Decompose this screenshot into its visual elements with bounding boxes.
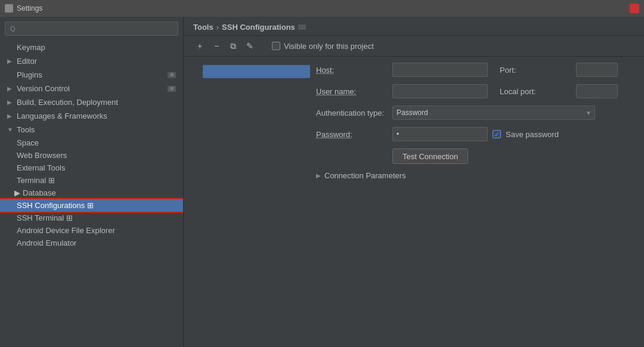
port-field-group: Port: <box>500 63 618 77</box>
host-label: Host: <box>316 66 388 75</box>
password-row: Password: ✓ Save password <box>316 127 634 141</box>
config-form: Host: Port: User name: <box>316 63 634 341</box>
sidebar-item-label: Version Control <box>17 84 165 93</box>
arrow-icon: ▶ <box>7 113 14 119</box>
content-main: + − ⧉ ✎ Visible only for this project <box>184 36 644 347</box>
sidebar-item-build[interactable]: ▶ Build, Execution, Deployment <box>0 95 183 109</box>
visible-project-checkbox[interactable] <box>272 42 280 50</box>
sidebar-item-android-file-explorer[interactable]: Android Device File Explorer <box>0 224 183 237</box>
edit-button[interactable]: ✎ <box>243 39 256 52</box>
app-icon <box>5 4 13 13</box>
sidebar-item-space[interactable]: Space <box>0 137 183 149</box>
title-bar: Settings <box>0 0 644 17</box>
visible-project-label: Visible only for this project <box>284 42 374 51</box>
sidebar-item-label: Android Device File Explorer <box>17 226 115 235</box>
remove-button[interactable]: − <box>210 39 223 52</box>
sidebar-item-label: Android Emulator <box>17 238 76 247</box>
toolbar: + − ⧉ ✎ Visible only for this project <box>184 36 644 57</box>
breadcrumb-separator: › <box>216 23 219 32</box>
sidebar-item-label: SSH Configurations <box>17 201 85 210</box>
content-area: Tools › SSH Configurations + − ⧉ ✎ Visib… <box>184 17 644 347</box>
search-icon: Q <box>10 25 16 32</box>
selected-config-item[interactable] <box>203 65 310 78</box>
config-list <box>193 63 306 341</box>
sidebar-item-database[interactable]: ▶ Database <box>0 187 183 199</box>
port-input[interactable] <box>576 63 618 77</box>
test-connection-row: Test Connection <box>316 148 634 164</box>
main-layout: Q Keymap ▶ Editor Plugins ⊞ ▶ V <box>0 17 644 347</box>
sidebar-item-tools[interactable]: ▼ Tools <box>0 123 183 137</box>
sidebar-item-label: Tools <box>17 125 176 134</box>
sidebar-item-plugins[interactable]: Plugins ⊞ <box>0 68 183 82</box>
sidebar-item-label: Editor <box>17 57 176 66</box>
terminal-badge: ⊞ <box>48 176 55 185</box>
sidebar-item-label: Languages & Frameworks <box>17 111 176 120</box>
sidebar-item-label: Plugins <box>17 70 165 79</box>
sidebar-list: Keymap ▶ Editor Plugins ⊞ ▶ Version Cont… <box>0 41 183 347</box>
sidebar-item-label: External Tools <box>17 163 65 172</box>
form-layout: Host: Port: User name: <box>184 57 644 347</box>
sidebar-item-android-emulator[interactable]: Android Emulator <box>0 237 183 249</box>
auth-type-select[interactable]: Password Key pair OpenSSH config and aut… <box>392 106 595 120</box>
auth-type-select-wrapper: Password Key pair OpenSSH config and aut… <box>392 106 595 120</box>
connection-params[interactable]: ▶ Connection Parameters <box>316 171 634 180</box>
arrow-icon: ▶ <box>7 85 14 92</box>
sidebar-item-label: SSH Terminal <box>17 213 64 222</box>
host-field-group: Host: <box>316 63 488 77</box>
sidebar-item-label: Web Browsers <box>17 151 67 160</box>
content-header: Tools › SSH Configurations <box>184 17 644 36</box>
close-button[interactable] <box>630 4 639 13</box>
breadcrumb-part2: SSH Configurations <box>222 23 295 32</box>
host-port-row: Host: Port: <box>316 63 634 77</box>
arrow-icon: ▶ <box>14 188 20 197</box>
password-label: Password: <box>316 130 388 139</box>
username-input[interactable] <box>392 84 488 98</box>
search-input[interactable] <box>18 24 173 33</box>
password-input[interactable] <box>392 127 488 141</box>
sidebar-item-external-tools[interactable]: External Tools <box>0 162 183 174</box>
auth-type-label: Authentication type: <box>316 109 388 117</box>
port-label: Port: <box>500 66 571 75</box>
sidebar-item-label: Terminal <box>17 176 46 185</box>
connection-params-arrow: ▶ <box>316 172 321 179</box>
connection-params-label: Connection Parameters <box>324 171 406 180</box>
sidebar-item-keymap[interactable]: Keymap <box>0 41 183 54</box>
save-password-label: Save password <box>506 130 559 139</box>
search-box[interactable]: Q <box>5 21 178 36</box>
arrow-icon: ▼ <box>7 126 14 133</box>
username-field-group: User name: <box>316 84 488 98</box>
vc-badge: ⊞ <box>168 86 176 92</box>
host-input[interactable] <box>392 63 488 77</box>
save-password-checkbox[interactable]: ✓ <box>493 130 501 138</box>
sidebar-item-label: Keymap <box>17 43 176 52</box>
sidebar-item-terminal[interactable]: Terminal ⊞ <box>0 174 183 187</box>
username-localport-row: User name: Local port: <box>316 84 634 98</box>
sidebar-item-web-browsers[interactable]: Web Browsers <box>0 149 183 162</box>
breadcrumb-badge-icon <box>298 24 306 30</box>
sidebar-item-label: Build, Execution, Deployment <box>17 98 176 107</box>
test-connection-button[interactable]: Test Connection <box>392 148 468 164</box>
sidebar-item-ssh-configurations[interactable]: SSH Configurations ⊞ <box>0 199 183 212</box>
auth-type-row: Authentication type: Password Key pair O… <box>316 106 634 120</box>
sidebar: Q Keymap ▶ Editor Plugins ⊞ ▶ V <box>0 17 184 347</box>
breadcrumb: Tools › SSH Configurations <box>193 23 306 32</box>
visible-project-row: Visible only for this project <box>272 42 374 51</box>
ssh-terminal-badge: ⊞ <box>66 213 73 222</box>
username-label: User name: <box>316 87 388 96</box>
local-port-field-group: Local port: <box>500 84 618 98</box>
sidebar-item-version-control[interactable]: ▶ Version Control ⊞ <box>0 82 183 95</box>
window-title: Settings <box>17 4 42 13</box>
sidebar-item-languages[interactable]: ▶ Languages & Frameworks <box>0 109 183 123</box>
sidebar-item-label: Space <box>17 138 39 147</box>
sidebar-item-ssh-terminal[interactable]: SSH Terminal ⊞ <box>0 212 183 224</box>
arrow-icon: ▶ <box>7 58 14 64</box>
local-port-label: Local port: <box>500 87 571 96</box>
arrow-icon: ▶ <box>7 99 14 106</box>
copy-button[interactable]: ⧉ <box>227 39 240 52</box>
sidebar-item-label: Database <box>23 188 56 197</box>
add-button[interactable]: + <box>193 39 206 52</box>
ssh-badge: ⊞ <box>87 201 94 210</box>
breadcrumb-part1: Tools <box>193 23 213 32</box>
sidebar-item-editor[interactable]: ▶ Editor <box>0 54 183 68</box>
local-port-input[interactable] <box>576 84 618 98</box>
